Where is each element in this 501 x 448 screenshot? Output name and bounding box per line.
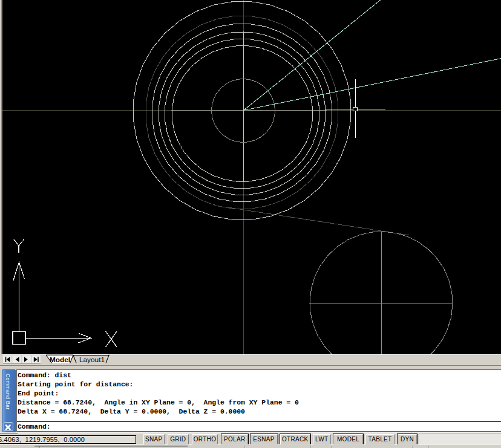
svg-text:Layout1: Layout1 <box>79 355 105 364</box>
svg-text:Model: Model <box>50 355 70 364</box>
